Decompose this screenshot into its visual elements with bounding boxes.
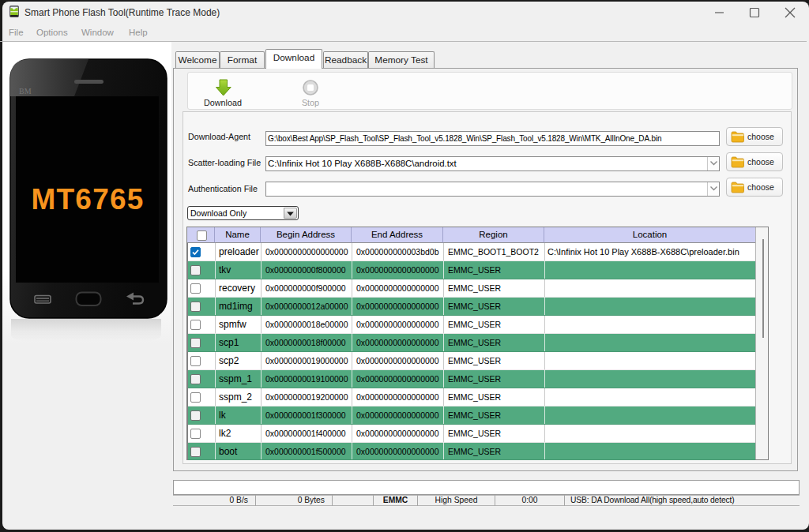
svg-text:BM: BM (19, 87, 32, 96)
svg-text:MT6765: MT6765 (32, 183, 145, 215)
